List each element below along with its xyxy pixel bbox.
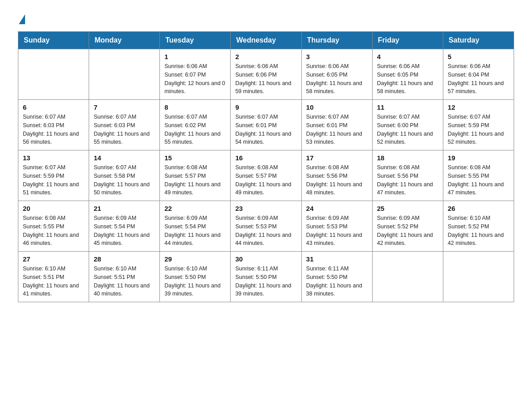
weekday-header: Friday: [372, 32, 443, 49]
calendar-cell: 17Sunrise: 6:08 AM Sunset: 5:56 PM Dayli…: [301, 150, 372, 201]
day-info: Sunrise: 6:10 AM Sunset: 5:51 PM Dayligh…: [23, 265, 84, 298]
day-number: 11: [377, 103, 438, 111]
day-number: 8: [164, 103, 226, 111]
day-number: 10: [306, 103, 368, 111]
calendar-cell: 29Sunrise: 6:10 AM Sunset: 5:50 PM Dayli…: [160, 252, 231, 302]
day-info: Sunrise: 6:10 AM Sunset: 5:51 PM Dayligh…: [94, 265, 155, 298]
day-info: Sunrise: 6:08 AM Sunset: 5:56 PM Dayligh…: [377, 163, 438, 197]
day-info: Sunrise: 6:08 AM Sunset: 5:55 PM Dayligh…: [23, 214, 84, 248]
day-info: Sunrise: 6:07 AM Sunset: 5:59 PM Dayligh…: [23, 163, 84, 197]
day-number: 7: [94, 103, 155, 111]
day-number: 5: [448, 53, 509, 60]
calendar-cell: 11Sunrise: 6:07 AM Sunset: 6:00 PM Dayli…: [372, 100, 443, 150]
logo: [18, 13, 25, 22]
day-info: Sunrise: 6:06 AM Sunset: 6:04 PM Dayligh…: [448, 62, 509, 96]
day-number: 23: [235, 205, 296, 212]
calendar-cell: 2Sunrise: 6:06 AM Sunset: 6:06 PM Daylig…: [231, 49, 301, 100]
calendar-cell: 19Sunrise: 6:08 AM Sunset: 5:55 PM Dayli…: [443, 150, 514, 201]
day-info: Sunrise: 6:11 AM Sunset: 5:50 PM Dayligh…: [306, 265, 368, 298]
calendar-cell: 27Sunrise: 6:10 AM Sunset: 5:51 PM Dayli…: [18, 252, 89, 302]
calendar-cell: 10Sunrise: 6:07 AM Sunset: 6:01 PM Dayli…: [301, 100, 372, 150]
day-number: 6: [23, 103, 84, 111]
day-number: 18: [377, 154, 438, 162]
day-number: 24: [306, 205, 368, 212]
calendar-week-row: 20Sunrise: 6:08 AM Sunset: 5:55 PM Dayli…: [18, 201, 514, 252]
calendar-week-row: 6Sunrise: 6:07 AM Sunset: 6:03 PM Daylig…: [18, 100, 514, 150]
calendar-table: SundayMondayTuesdayWednesdayThursdayFrid…: [18, 31, 514, 302]
day-info: Sunrise: 6:10 AM Sunset: 5:50 PM Dayligh…: [164, 265, 226, 298]
weekday-header: Wednesday: [231, 32, 301, 49]
day-number: 29: [164, 255, 226, 263]
calendar-week-row: 1Sunrise: 6:06 AM Sunset: 6:07 PM Daylig…: [18, 49, 514, 100]
calendar-cell: 14Sunrise: 6:07 AM Sunset: 5:58 PM Dayli…: [89, 150, 160, 201]
day-info: Sunrise: 6:10 AM Sunset: 5:52 PM Dayligh…: [448, 214, 509, 248]
day-number: 3: [306, 53, 368, 60]
weekday-header: Thursday: [301, 32, 372, 49]
day-number: 19: [448, 154, 509, 162]
day-number: 2: [235, 53, 296, 60]
day-number: 28: [94, 255, 155, 263]
calendar-cell: [89, 49, 160, 100]
day-info: Sunrise: 6:06 AM Sunset: 6:07 PM Dayligh…: [164, 62, 226, 96]
day-number: 4: [377, 53, 438, 60]
weekday-header: Tuesday: [160, 32, 231, 49]
day-number: 22: [164, 205, 226, 212]
day-number: 30: [235, 255, 296, 263]
day-info: Sunrise: 6:09 AM Sunset: 5:53 PM Dayligh…: [235, 214, 296, 248]
day-info: Sunrise: 6:06 AM Sunset: 6:05 PM Dayligh…: [377, 62, 438, 96]
calendar-cell: 26Sunrise: 6:10 AM Sunset: 5:52 PM Dayli…: [443, 201, 514, 252]
day-number: 26: [448, 205, 509, 212]
day-number: 1: [164, 53, 226, 60]
day-info: Sunrise: 6:07 AM Sunset: 6:02 PM Dayligh…: [164, 113, 226, 146]
calendar-cell: 12Sunrise: 6:07 AM Sunset: 5:59 PM Dayli…: [443, 100, 514, 150]
day-info: Sunrise: 6:07 AM Sunset: 5:59 PM Dayligh…: [448, 113, 509, 146]
day-info: Sunrise: 6:09 AM Sunset: 5:53 PM Dayligh…: [306, 214, 368, 248]
page-header: [18, 13, 514, 22]
calendar-cell: [18, 49, 89, 100]
calendar-cell: 8Sunrise: 6:07 AM Sunset: 6:02 PM Daylig…: [160, 100, 231, 150]
day-number: 20: [23, 205, 84, 212]
day-info: Sunrise: 6:07 AM Sunset: 6:01 PM Dayligh…: [306, 113, 368, 146]
day-info: Sunrise: 6:09 AM Sunset: 5:52 PM Dayligh…: [377, 214, 438, 248]
calendar-cell: 25Sunrise: 6:09 AM Sunset: 5:52 PM Dayli…: [372, 201, 443, 252]
day-number: 21: [94, 205, 155, 212]
logo-triangle-icon: [19, 14, 25, 24]
day-info: Sunrise: 6:07 AM Sunset: 6:01 PM Dayligh…: [235, 113, 296, 146]
day-info: Sunrise: 6:08 AM Sunset: 5:57 PM Dayligh…: [164, 163, 226, 197]
day-info: Sunrise: 6:07 AM Sunset: 6:00 PM Dayligh…: [377, 113, 438, 146]
day-info: Sunrise: 6:08 AM Sunset: 5:57 PM Dayligh…: [235, 163, 296, 197]
calendar-cell: 23Sunrise: 6:09 AM Sunset: 5:53 PM Dayli…: [231, 201, 301, 252]
calendar-cell: 13Sunrise: 6:07 AM Sunset: 5:59 PM Dayli…: [18, 150, 89, 201]
calendar-cell: 21Sunrise: 6:09 AM Sunset: 5:54 PM Dayli…: [89, 201, 160, 252]
day-number: 31: [306, 255, 368, 263]
day-number: 13: [23, 154, 84, 162]
calendar-week-row: 27Sunrise: 6:10 AM Sunset: 5:51 PM Dayli…: [18, 252, 514, 302]
calendar-cell: 18Sunrise: 6:08 AM Sunset: 5:56 PM Dayli…: [372, 150, 443, 201]
calendar-cell: 30Sunrise: 6:11 AM Sunset: 5:50 PM Dayli…: [231, 252, 301, 302]
calendar-cell: 4Sunrise: 6:06 AM Sunset: 6:05 PM Daylig…: [372, 49, 443, 100]
day-info: Sunrise: 6:06 AM Sunset: 6:06 PM Dayligh…: [235, 62, 296, 96]
weekday-header: Saturday: [443, 32, 514, 49]
day-number: 12: [448, 103, 509, 111]
day-number: 27: [23, 255, 84, 263]
calendar-cell: [443, 252, 514, 302]
calendar-cell: 28Sunrise: 6:10 AM Sunset: 5:51 PM Dayli…: [89, 252, 160, 302]
calendar-cell: 7Sunrise: 6:07 AM Sunset: 6:03 PM Daylig…: [89, 100, 160, 150]
weekday-header: Sunday: [18, 32, 89, 49]
calendar-cell: 5Sunrise: 6:06 AM Sunset: 6:04 PM Daylig…: [443, 49, 514, 100]
day-number: 15: [164, 154, 226, 162]
day-number: 14: [94, 154, 155, 162]
day-info: Sunrise: 6:07 AM Sunset: 6:03 PM Dayligh…: [23, 113, 84, 146]
day-number: 16: [235, 154, 296, 162]
weekday-header: Monday: [89, 32, 160, 49]
calendar-cell: 16Sunrise: 6:08 AM Sunset: 5:57 PM Dayli…: [231, 150, 301, 201]
day-info: Sunrise: 6:08 AM Sunset: 5:55 PM Dayligh…: [448, 163, 509, 197]
calendar-cell: 20Sunrise: 6:08 AM Sunset: 5:55 PM Dayli…: [18, 201, 89, 252]
calendar-week-row: 13Sunrise: 6:07 AM Sunset: 5:59 PM Dayli…: [18, 150, 514, 201]
day-info: Sunrise: 6:08 AM Sunset: 5:56 PM Dayligh…: [306, 163, 368, 197]
calendar-cell: 24Sunrise: 6:09 AM Sunset: 5:53 PM Dayli…: [301, 201, 372, 252]
calendar-cell: 9Sunrise: 6:07 AM Sunset: 6:01 PM Daylig…: [231, 100, 301, 150]
day-number: 17: [306, 154, 368, 162]
day-info: Sunrise: 6:09 AM Sunset: 5:54 PM Dayligh…: [94, 214, 155, 248]
day-info: Sunrise: 6:11 AM Sunset: 5:50 PM Dayligh…: [235, 265, 296, 298]
